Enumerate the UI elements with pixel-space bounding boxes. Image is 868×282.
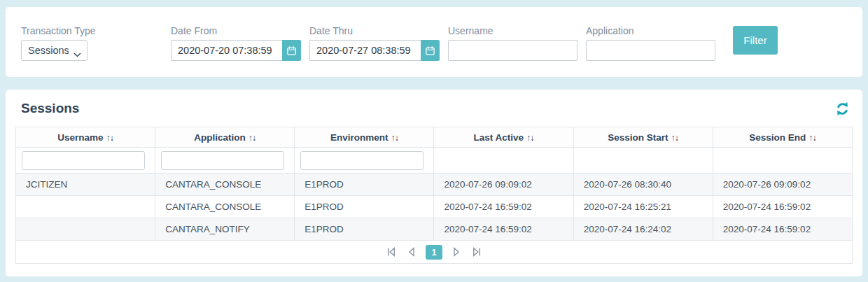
- column-header-session-start[interactable]: Session Start↑↓: [573, 127, 713, 148]
- filter-cell-last-active: [434, 148, 573, 174]
- previous-page-icon: [407, 247, 416, 257]
- pagination: 1: [16, 245, 852, 260]
- date-from-calendar-button[interactable]: [282, 40, 301, 61]
- filter-panel: Transaction Type Sessions Date From: [6, 7, 862, 77]
- column-header-username[interactable]: Username↑↓: [16, 127, 155, 148]
- filter-cell-username: [16, 148, 155, 174]
- previous-page-button[interactable]: [405, 246, 418, 258]
- sort-icon: ↑↓: [106, 133, 113, 143]
- table-row: JCITIZEN CANTARA_CONSOLE E1PROD 2020-07-…: [16, 174, 853, 196]
- current-page-indicator[interactable]: 1: [426, 245, 442, 260]
- date-thru-input[interactable]: [309, 40, 421, 61]
- pagination-row: 1: [16, 241, 853, 264]
- sort-icon: ↑↓: [526, 133, 534, 143]
- filter-cell-session-start: [573, 148, 713, 174]
- date-from-field: Date From: [171, 25, 301, 61]
- environment-column-filter-input[interactable]: [300, 151, 424, 170]
- column-header-application[interactable]: Application↑↓: [155, 127, 295, 148]
- sessions-table: Username↑↓ Application↑↓ Environment↑↓ L…: [15, 127, 853, 264]
- date-from-label: Date From: [171, 25, 301, 36]
- column-filter-row: [16, 148, 853, 174]
- application-input[interactable]: [586, 40, 715, 61]
- first-page-button[interactable]: [385, 246, 398, 258]
- transaction-type-field: Transaction Type Sessions: [21, 25, 162, 61]
- sort-icon: ↑↓: [808, 133, 816, 143]
- username-input[interactable]: [448, 40, 578, 61]
- date-from-input[interactable]: [171, 40, 282, 61]
- next-page-button[interactable]: [450, 246, 463, 258]
- username-field: Username: [448, 25, 578, 61]
- cell-last-active: 2020-07-26 09:09:02: [434, 174, 573, 196]
- sort-icon: ↑↓: [391, 133, 398, 143]
- transaction-type-select[interactable]: Sessions: [21, 40, 88, 61]
- cell-environment: E1PROD: [295, 218, 434, 241]
- application-label: Application: [586, 25, 715, 36]
- filter-button[interactable]: Filter: [733, 26, 778, 55]
- refresh-button[interactable]: [835, 101, 850, 116]
- cell-username: [16, 196, 155, 218]
- sort-icon: ↑↓: [671, 133, 679, 143]
- filter-cell-session-end: [713, 148, 852, 174]
- table-header-row: Username↑↓ Application↑↓ Environment↑↓ L…: [16, 127, 853, 148]
- column-header-session-end[interactable]: Session End↑↓: [713, 127, 852, 148]
- cell-application: CANTARA_CONSOLE: [155, 196, 295, 218]
- first-page-icon: [386, 247, 396, 257]
- username-label: Username: [448, 25, 578, 36]
- application-field: Application: [586, 25, 715, 61]
- cell-last-active: 2020-07-24 16:59:02: [434, 218, 573, 241]
- date-thru-calendar-button[interactable]: [421, 40, 440, 61]
- filter-cell-application: [155, 148, 295, 174]
- cell-environment: E1PROD: [295, 196, 434, 218]
- filter-cell-environment: [295, 148, 434, 174]
- date-thru-label: Date Thru: [309, 25, 440, 36]
- calendar-icon: [425, 45, 435, 56]
- cell-application: CANTARA_CONSOLE: [155, 174, 295, 196]
- cell-session-end: 2020-07-24 16:59:02: [713, 218, 852, 241]
- transaction-type-label: Transaction Type: [21, 25, 162, 36]
- column-header-environment[interactable]: Environment↑↓: [295, 127, 434, 148]
- cell-username: JCITIZEN: [16, 174, 155, 196]
- calendar-icon: [286, 45, 297, 56]
- sessions-panel-header: Sessions: [15, 101, 853, 116]
- refresh-icon: [835, 101, 850, 116]
- sessions-panel: Sessions Username↑↓ Application↑↓ Enviro…: [6, 90, 862, 276]
- cell-session-start: 2020-07-24 16:25:21: [573, 196, 713, 218]
- cell-application: CANTARA_NOTIFY: [155, 218, 295, 241]
- application-column-filter-input[interactable]: [161, 151, 284, 170]
- cell-environment: E1PROD: [295, 174, 434, 196]
- sort-icon: ↑↓: [248, 133, 256, 143]
- cell-last-active: 2020-07-24 16:59:02: [434, 196, 573, 218]
- cell-session-end: 2020-07-26 09:09:02: [713, 174, 852, 196]
- username-column-filter-input[interactable]: [22, 151, 145, 170]
- date-thru-field: Date Thru: [309, 25, 440, 61]
- last-page-button[interactable]: [470, 246, 483, 258]
- column-header-last-active[interactable]: Last Active↑↓: [434, 127, 573, 148]
- next-page-icon: [451, 247, 461, 257]
- cell-session-end: 2020-07-24 16:59:02: [713, 196, 852, 218]
- cell-username: [16, 218, 155, 241]
- cell-session-start: 2020-07-26 08:30:40: [573, 174, 713, 196]
- table-row: CANTARA_CONSOLE E1PROD 2020-07-24 16:59:…: [16, 196, 853, 218]
- table-row: CANTARA_NOTIFY E1PROD 2020-07-24 16:59:0…: [16, 218, 853, 241]
- panel-title: Sessions: [21, 101, 79, 116]
- last-page-icon: [472, 247, 482, 257]
- cell-session-start: 2020-07-24 16:24:02: [573, 218, 713, 241]
